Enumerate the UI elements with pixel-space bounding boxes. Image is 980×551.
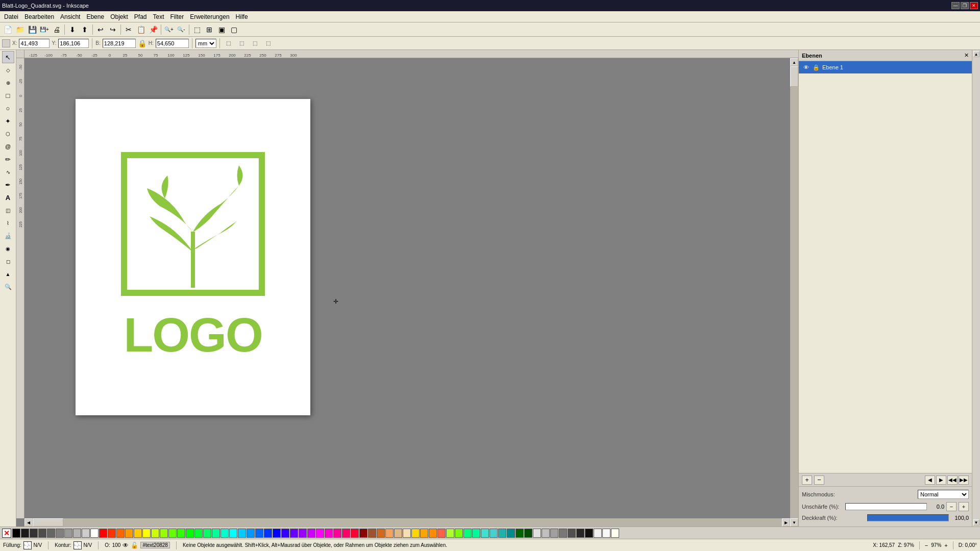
remove-layer-button[interactable]: − <box>814 475 824 485</box>
menu-bearbeiten[interactable]: Bearbeiten <box>21 12 57 21</box>
palette-color[interactable] <box>203 529 211 538</box>
minimize-button[interactable]: — <box>951 2 960 9</box>
palette-color[interactable] <box>489 529 498 538</box>
star-tool[interactable]: ✦ <box>2 115 14 127</box>
transform-origin[interactable] <box>2 39 10 47</box>
palette-color[interactable] <box>568 529 576 538</box>
palette-color[interactable] <box>342 529 350 538</box>
no-color-swatch[interactable]: ✕ <box>2 529 11 538</box>
eyedropper-tool[interactable]: 🔬 <box>2 230 14 242</box>
menu-hilfe[interactable]: Hilfe <box>233 12 251 21</box>
add-layer-button[interactable]: + <box>802 475 812 485</box>
palette-color[interactable] <box>394 529 402 538</box>
palette-color[interactable] <box>463 529 472 538</box>
scroll-thumb-v[interactable] <box>790 66 798 87</box>
palette-color[interactable] <box>151 529 159 538</box>
height-input[interactable] <box>156 39 189 48</box>
spiral-tool[interactable]: @ <box>2 140 14 153</box>
palette-color[interactable] <box>368 529 376 538</box>
lock-icon[interactable]: 🔓 <box>131 542 138 549</box>
layer-lock-toggle[interactable]: 🔒 <box>812 63 820 71</box>
scroll-thumb-h[interactable] <box>33 518 63 527</box>
palette-color[interactable] <box>134 529 142 538</box>
node-tool[interactable]: ◇ <box>2 64 14 76</box>
transform-1[interactable]: ⬚ <box>223 38 234 49</box>
scroll-track-h[interactable] <box>33 518 782 527</box>
zoom-in-btn[interactable]: 🔍+ <box>163 24 175 35</box>
restore-button[interactable]: ❐ <box>961 2 969 9</box>
palette-color[interactable] <box>238 529 246 538</box>
palette-color[interactable] <box>177 529 185 538</box>
palette-color[interactable] <box>64 529 72 538</box>
layer-down-button[interactable]: ▶ <box>936 475 946 485</box>
palette-color[interactable] <box>385 529 394 538</box>
palette-color[interactable] <box>186 529 194 538</box>
palette-color[interactable] <box>316 529 324 538</box>
zoom-level[interactable]: 97% <box>931 542 941 548</box>
palette-color[interactable] <box>160 529 168 538</box>
unschaerfe-bar[interactable] <box>845 503 927 510</box>
panel-scroll-up[interactable]: ▲ <box>973 51 979 57</box>
palette-color[interactable] <box>220 529 229 538</box>
paste-button[interactable]: 📌 <box>148 24 159 35</box>
layer-bottom-button[interactable]: ▶▶ <box>959 475 969 485</box>
scroll-track-v[interactable] <box>790 66 798 518</box>
rectangle-tool[interactable]: □ <box>2 89 14 102</box>
3d-box-tool[interactable]: ⬡ <box>2 128 14 140</box>
palette-color[interactable] <box>585 529 593 538</box>
palette-color[interactable] <box>38 529 46 538</box>
bezier-tool[interactable]: ∿ <box>2 166 14 178</box>
palette-color[interactable] <box>437 529 446 538</box>
save-copy-button[interactable]: 💾+ <box>39 24 50 35</box>
pencil-tool[interactable]: ✏ <box>2 153 14 165</box>
spray-tool[interactable]: ◉ <box>2 242 14 255</box>
calligraphy-tool[interactable]: ✒ <box>2 179 14 191</box>
palette-color[interactable] <box>411 529 420 538</box>
align-button[interactable]: ⬚ <box>191 24 203 35</box>
transform-3[interactable]: ⬚ <box>250 38 261 49</box>
connector-tool[interactable]: ⌇ <box>2 217 14 229</box>
import-button[interactable]: ⬇ <box>67 24 78 35</box>
palette-color[interactable] <box>47 529 55 538</box>
palette-color[interactable] <box>498 529 506 538</box>
palette-color[interactable] <box>481 529 489 538</box>
cut-button[interactable]: ✂ <box>123 24 134 35</box>
print-button[interactable]: 🖨 <box>51 24 62 35</box>
scroll-up-button[interactable]: ▲ <box>790 58 798 66</box>
zoom-minus[interactable]: − <box>925 542 928 548</box>
coord-x-input[interactable] <box>19 39 50 48</box>
palette-color[interactable] <box>611 529 619 538</box>
panel-scroll-down[interactable]: ▼ <box>973 519 979 525</box>
layers-tab-label[interactable]: Ebenen <box>802 53 822 59</box>
palette-color[interactable] <box>455 529 463 538</box>
deckkraft-bar[interactable] <box>867 514 949 521</box>
eraser-tool[interactable]: ◻ <box>2 255 14 267</box>
menu-filter[interactable]: Filter <box>167 12 187 21</box>
menu-ansicht[interactable]: Ansicht <box>57 12 83 21</box>
palette-color[interactable] <box>168 529 177 538</box>
circle-tool[interactable]: ○ <box>2 102 14 114</box>
palette-color[interactable] <box>229 529 237 538</box>
new-button[interactable]: 📄 <box>2 24 13 35</box>
unschaerfe-decrease[interactable]: − <box>946 502 957 511</box>
layers-close-button[interactable]: ✕ <box>964 52 969 59</box>
palette-color[interactable] <box>30 529 38 538</box>
transform-2[interactable]: ⬚ <box>236 38 248 49</box>
palette-color[interactable] <box>299 529 307 538</box>
palette-color[interactable] <box>420 529 428 538</box>
palette-color[interactable] <box>533 529 541 538</box>
zoom-tool[interactable]: 🔍 <box>2 281 14 293</box>
scroll-right-button[interactable]: ▶ <box>782 518 790 527</box>
export-button[interactable]: ⬆ <box>79 24 90 35</box>
paint-bucket-tool[interactable]: ▲ <box>2 268 14 280</box>
palette-color[interactable] <box>12 529 20 538</box>
palette-color[interactable] <box>472 529 480 538</box>
palette-color[interactable] <box>116 529 125 538</box>
palette-color[interactable] <box>255 529 263 538</box>
palette-color[interactable] <box>524 529 532 538</box>
mischmode-select[interactable]: Normal Multiplizieren Überlagern <box>918 490 969 499</box>
palette-color[interactable] <box>125 529 133 538</box>
palette-color[interactable] <box>594 529 602 538</box>
palette-color[interactable] <box>359 529 368 538</box>
menu-datei[interactable]: Datei <box>1 12 21 21</box>
